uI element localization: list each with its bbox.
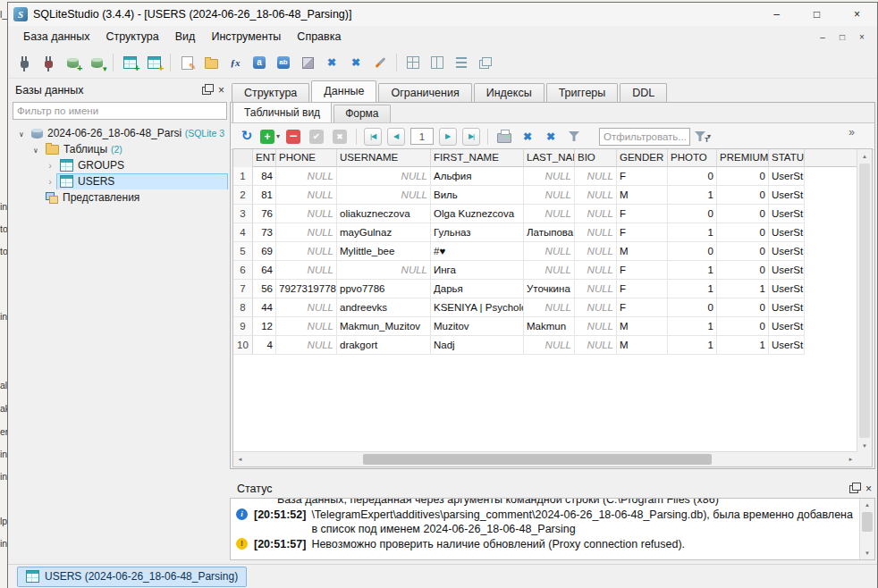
v-scrollbar-thumb[interactable] xyxy=(859,164,870,438)
column-header-phone[interactable]: PHONE xyxy=(276,149,337,167)
grid-cell[interactable]: Латыпова xyxy=(524,223,575,242)
scroll-left-icon[interactable]: ◄ xyxy=(233,452,247,466)
grid-cell[interactable]: 4 xyxy=(253,336,276,355)
grid-cell[interactable]: NULL xyxy=(524,186,575,205)
grid-cell[interactable]: Muzitov xyxy=(431,317,524,336)
expander-icon[interactable] xyxy=(44,159,56,172)
row-number[interactable]: 8 xyxy=(233,298,253,317)
create-table-button[interactable] xyxy=(118,51,141,74)
grid-cell[interactable]: UserSt xyxy=(769,261,805,280)
grid-cell[interactable]: 0 xyxy=(668,167,717,186)
grid-cell[interactable]: NULL xyxy=(575,167,617,186)
grid-cell[interactable]: 1 xyxy=(668,317,717,336)
grid-cell[interactable]: Olga Kuznezcova xyxy=(431,205,524,223)
grid-cell[interactable]: F xyxy=(617,280,668,298)
grid-cell[interactable]: NULL xyxy=(575,242,617,261)
grid-cell[interactable]: NULL xyxy=(575,298,617,317)
grid-cell[interactable]: 0 xyxy=(668,298,717,317)
task-button-users[interactable]: USERS (2024-06-26_18-06-48_Parsing) xyxy=(17,567,247,587)
scroll-right-icon[interactable]: ► xyxy=(844,452,857,466)
grid-cell[interactable]: 0 xyxy=(717,298,769,317)
apply-filter-button[interactable] xyxy=(563,126,585,147)
grid-cell[interactable]: 1 xyxy=(668,336,717,355)
subtab-form[interactable]: Форма xyxy=(333,105,390,122)
open-sql-editor-button[interactable] xyxy=(175,51,198,74)
tab-data[interactable]: Данные xyxy=(311,80,376,102)
float-panel-icon[interactable] xyxy=(202,87,211,95)
grid-cell[interactable]: NULL xyxy=(276,186,337,205)
grid-cell[interactable]: NULL xyxy=(276,261,337,280)
row-number[interactable]: 3 xyxy=(233,205,253,223)
grid-cell[interactable]: Makmun_Muzitov xyxy=(337,317,431,336)
minimize-button[interactable]: – xyxy=(756,3,797,26)
grid-cell[interactable]: 44 xyxy=(253,298,276,317)
grid-cell[interactable]: NULL xyxy=(276,336,337,355)
grid-cell[interactable]: Альфия xyxy=(431,167,524,186)
scroll-down-icon[interactable]: ▼ xyxy=(860,547,874,559)
tab-ddl[interactable]: DDL xyxy=(620,83,667,102)
grid-cell[interactable]: 0 xyxy=(668,242,717,261)
h-scrollbar-thumb[interactable] xyxy=(363,454,712,465)
grid-filter-input[interactable] xyxy=(599,128,690,146)
grid-cell[interactable]: F xyxy=(617,167,668,186)
grid-cell[interactable]: 84 xyxy=(253,167,276,186)
expander-icon[interactable] xyxy=(15,127,28,139)
grid-cell[interactable]: NULL xyxy=(575,223,617,242)
grid-cell[interactable]: 0 xyxy=(717,186,769,205)
grid-cell[interactable]: mayGulnaz xyxy=(337,223,431,242)
grid-cell[interactable]: 1 xyxy=(717,336,769,355)
grid-cell[interactable]: UserSt xyxy=(769,205,805,223)
grid-cell[interactable]: Гульназ xyxy=(431,223,524,242)
grid-cell[interactable]: 0 xyxy=(717,205,769,223)
titlebar[interactable]: SQLiteStudio (3.4.4) - [USERS (2024-06-2… xyxy=(8,3,877,26)
grid-cell[interactable]: M xyxy=(617,186,668,205)
tree-item-database[interactable]: 2024-06-26_18-06-48_Parsing(SQLite 3 xyxy=(10,125,228,141)
grid-cell[interactable]: 12 xyxy=(253,317,276,336)
grid-cell[interactable]: UserSt xyxy=(769,223,805,242)
grid-cell[interactable]: F xyxy=(617,205,668,223)
column-header-bio[interactable]: BIO xyxy=(575,149,617,167)
tab-indexes[interactable]: Индексы xyxy=(474,83,545,102)
database-filter-input[interactable] xyxy=(13,102,227,120)
print-button[interactable] xyxy=(494,126,515,147)
grid-cell[interactable]: NULL xyxy=(524,261,575,280)
grid-cell[interactable]: UserSt xyxy=(769,186,805,205)
grid-cell[interactable]: NULL xyxy=(575,261,617,280)
scroll-up-icon[interactable]: ▲ xyxy=(860,499,874,511)
grid-cell[interactable]: NULL xyxy=(524,298,575,317)
grid-cell[interactable]: andreevks xyxy=(337,298,431,317)
expander-icon[interactable] xyxy=(44,175,56,188)
mdi-minimize-button[interactable]: – xyxy=(813,29,832,45)
arrange-windows-button[interactable] xyxy=(401,51,425,74)
grid-cell[interactable]: NULL xyxy=(575,280,617,298)
grid-cell[interactable]: NULL xyxy=(575,336,617,355)
add-database-button[interactable] xyxy=(61,51,84,74)
tab-triggers[interactable]: Триггеры xyxy=(546,83,619,102)
next-page-button[interactable] xyxy=(437,126,459,147)
mdi-close-button[interactable]: × xyxy=(852,29,872,45)
menu-structure[interactable]: Структура xyxy=(97,28,166,46)
tile-vertical-button[interactable] xyxy=(426,51,449,74)
grid-cell[interactable]: 0 xyxy=(717,223,769,242)
grid-cell[interactable]: NULL xyxy=(337,167,431,186)
delete-row-button[interactable] xyxy=(283,126,304,147)
page-number-box[interactable]: 1 xyxy=(410,128,434,145)
grid-cell[interactable]: UserSt xyxy=(769,317,805,336)
row-number[interactable]: 7 xyxy=(233,280,253,298)
grid-cell[interactable]: Mylittle_bee xyxy=(337,242,431,261)
grid-cell[interactable]: 79273197786 xyxy=(276,280,337,298)
row-number[interactable]: 6 xyxy=(233,261,253,280)
close-button[interactable]: × xyxy=(837,3,877,26)
configuration-button[interactable] xyxy=(368,51,392,74)
grid-cell[interactable]: NULL xyxy=(276,167,337,186)
disconnect-database-button[interactable] xyxy=(37,51,60,74)
grid-cell[interactable]: F xyxy=(617,223,668,242)
grid-cell[interactable]: 1 xyxy=(717,280,769,298)
last-page-button[interactable] xyxy=(460,126,482,147)
grid-cell[interactable]: #♥ xyxy=(431,242,524,261)
tab-structure[interactable]: Структура xyxy=(232,83,309,102)
grid-cell[interactable]: NULL xyxy=(337,186,431,205)
grid-cell[interactable]: NULL xyxy=(524,167,575,186)
status-scrollbar[interactable]: ▲ ▼ xyxy=(859,499,874,559)
grid-cell[interactable]: ppvo7786 xyxy=(337,280,431,298)
